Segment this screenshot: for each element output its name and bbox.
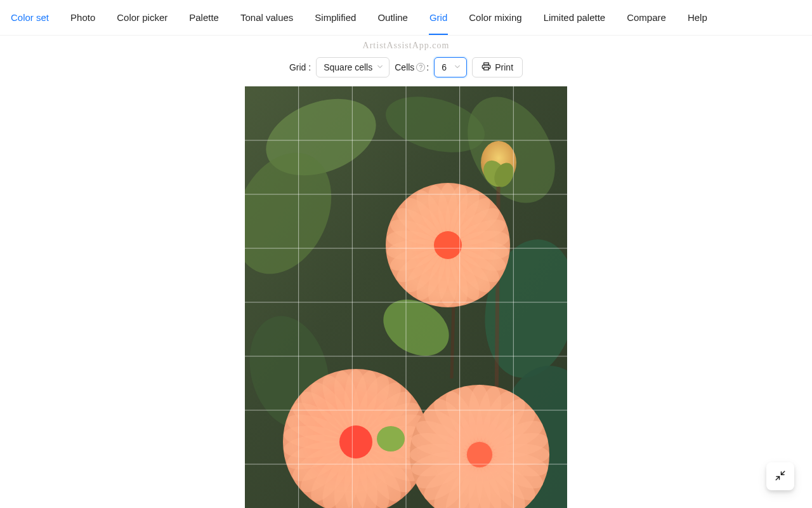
tab-limited-palette[interactable]: Limited palette bbox=[533, 0, 617, 35]
svg-point-43 bbox=[434, 231, 462, 259]
cells-label: Cells ? : bbox=[395, 62, 429, 72]
printer-icon bbox=[481, 62, 491, 73]
help-icon[interactable]: ? bbox=[416, 63, 425, 72]
svg-point-105 bbox=[467, 442, 492, 467]
svg-point-75 bbox=[339, 425, 372, 458]
print-button[interactable]: Print bbox=[472, 57, 523, 77]
exit-fullscreen-button[interactable] bbox=[766, 462, 794, 490]
print-label: Print bbox=[495, 62, 513, 72]
tab-color-picker[interactable]: Color picker bbox=[106, 0, 178, 35]
shrink-icon bbox=[775, 470, 786, 483]
tab-photo[interactable]: Photo bbox=[60, 0, 106, 35]
tab-color-set[interactable]: Color set bbox=[0, 0, 60, 35]
tab-simplified[interactable]: Simplified bbox=[304, 0, 367, 35]
tab-outline[interactable]: Outline bbox=[367, 0, 419, 35]
tab-grid[interactable]: Grid bbox=[419, 0, 458, 35]
svg-rect-1 bbox=[484, 67, 489, 70]
reference-photo[interactable] bbox=[245, 86, 567, 508]
canvas-area bbox=[0, 86, 812, 508]
chevron-down-icon bbox=[377, 64, 383, 71]
tab-palette[interactable]: Palette bbox=[178, 0, 230, 35]
grid-type-label: Grid : bbox=[289, 62, 311, 72]
svg-line-119 bbox=[782, 471, 785, 474]
grid-type-value: Square cells bbox=[324, 62, 372, 72]
cells-value: 6 bbox=[442, 62, 447, 72]
main-tabs: Color setPhotoColor pickerPaletteTonal v… bbox=[0, 0, 812, 36]
brand-watermark: ArtistAssistApp.com bbox=[0, 41, 812, 51]
tab-compare[interactable]: Compare bbox=[616, 0, 677, 35]
chevron-down-icon bbox=[454, 64, 461, 71]
tab-tonal-values[interactable]: Tonal values bbox=[230, 0, 304, 35]
svg-point-106 bbox=[377, 426, 405, 451]
tab-help[interactable]: Help bbox=[677, 0, 718, 35]
grid-type-select[interactable]: Square cells bbox=[316, 57, 390, 77]
svg-line-120 bbox=[776, 476, 779, 479]
svg-rect-0 bbox=[484, 63, 489, 65]
cells-select[interactable]: 6 bbox=[434, 57, 467, 77]
grid-toolbar: Grid : Square cells Cells ? : 6 Print bbox=[0, 51, 812, 86]
tab-color-mixing[interactable]: Color mixing bbox=[458, 0, 532, 35]
